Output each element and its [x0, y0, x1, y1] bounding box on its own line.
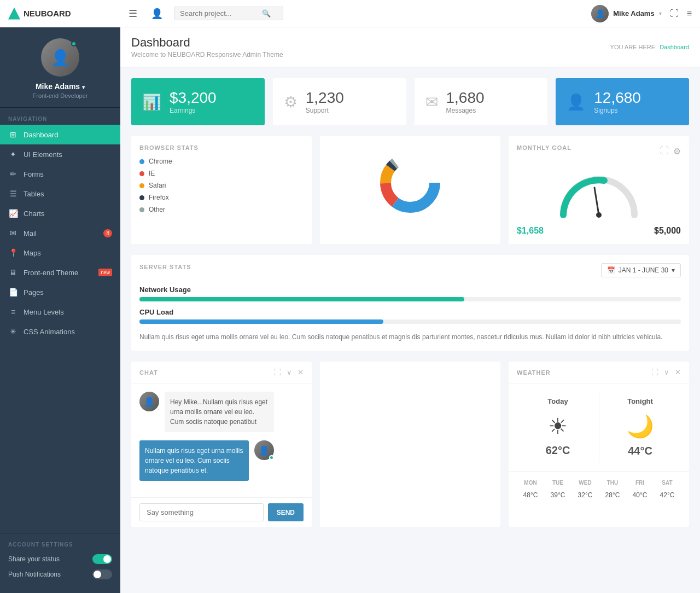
- maps-icon: 📍: [8, 248, 18, 257]
- weather-today: Today ☀ 62°C: [517, 392, 599, 463]
- sidebar-item-forms[interactable]: ✏ Forms: [0, 164, 120, 184]
- sidebar-item-maps[interactable]: 📍 Maps: [0, 243, 120, 263]
- weather-controls: ⛶ ∨ ✕: [651, 368, 681, 376]
- weather-tonight: Tonight 🌙 44°C: [599, 392, 681, 463]
- chat-avatar-incoming: 👤: [139, 392, 159, 411]
- profile-name[interactable]: Mike Adams ▾: [8, 82, 112, 91]
- sidebar-item-tables[interactable]: ☰ Tables: [0, 184, 120, 204]
- sidebar-item-ui-elements[interactable]: ✦ UI Elements: [0, 144, 120, 164]
- css-animations-icon: ✳: [8, 327, 18, 336]
- app-layout: 👤 Mike Adams ▾ Front-end Developer NAVIG…: [0, 27, 700, 593]
- signups-label: Signups: [594, 107, 641, 114]
- chat-expand-button[interactable]: ⛶: [274, 368, 281, 376]
- donut-chart: [328, 144, 492, 216]
- weather-main: Today ☀ 62°C Tonight 🌙 44°C: [509, 383, 689, 472]
- sidebar-item-pages[interactable]: 📄 Pages: [0, 282, 120, 302]
- dashboard-content: 📊 $3,200 Earnings ⚙ 1,230 Support ✉: [120, 67, 700, 538]
- nav-right: 👤 Mike Adams ▾ ⛶ ≡: [591, 5, 692, 22]
- user-avatar-img: 👤: [591, 5, 609, 22]
- sidebar-item-menu-levels[interactable]: ≡ Menu Levels: [0, 302, 120, 322]
- sidebar-item-label: CSS Animations: [24, 328, 75, 336]
- stat-card-support: ⚙ 1,230 Support: [273, 78, 406, 125]
- day-sat-label: SAT: [654, 477, 681, 489]
- day-thu-label: THU: [599, 477, 626, 489]
- server-stats-header: SERVER STATS 📅 JAN 1 - JUNE 30 ▾: [139, 263, 681, 277]
- push-notifications-toggle[interactable]: [92, 569, 112, 579]
- sidebar-item-css-animations[interactable]: ✳ CSS Animations: [0, 322, 120, 341]
- signups-icon: 👤: [567, 93, 586, 111]
- account-settings: ACCOUNT SETTINGS Share your status Push …: [0, 533, 120, 593]
- chat-close-button[interactable]: ✕: [298, 368, 304, 376]
- pages-icon: 📄: [8, 288, 18, 296]
- stat-info: 1,680 Messages: [446, 89, 485, 114]
- empty-middle-panel: [320, 362, 500, 527]
- sidebar-item-dashboard[interactable]: ⊞ Dashboard: [0, 125, 120, 144]
- sidebar-item-frontend-theme[interactable]: 🖥 Front-end Theme new: [0, 263, 120, 282]
- bottom-row: CHAT ⛶ ∨ ✕ 👤 Hey Mike...Nullam quis risu…: [131, 362, 689, 527]
- chat-bubble-incoming: Hey Mike...Nullam quis risus eget urna m…: [165, 392, 274, 432]
- day-fri-label: FRI: [626, 477, 654, 489]
- temp-fri: 40°C: [626, 489, 654, 502]
- sidebar-item-charts[interactable]: 📈 Charts: [0, 204, 120, 223]
- date-range-label: JAN 1 - JUNE 30: [619, 266, 668, 274]
- chat-message-outgoing: 👤 Nullam quis risus eget urna mollis orn…: [139, 440, 304, 481]
- date-range-picker[interactable]: 📅 JAN 1 - JUNE 30 ▾: [601, 263, 681, 277]
- page-subtitle: Welcome to NEUBOARD Responsive Admin The…: [131, 51, 283, 59]
- gauge-target: $5,000: [654, 226, 681, 236]
- charts-icon: 📈: [8, 209, 18, 218]
- weather-expand-button[interactable]: ⛶: [651, 368, 658, 376]
- profile-button[interactable]: 👤: [148, 5, 166, 22]
- earnings-value: $3,200: [170, 89, 217, 107]
- weather-collapse-button[interactable]: ∨: [664, 368, 669, 376]
- ie-dot: [139, 171, 144, 176]
- tonight-temp: 44°C: [605, 445, 675, 457]
- stat-info: 1,230 Support: [306, 89, 344, 114]
- menu-levels-icon: ≡: [8, 307, 18, 316]
- chat-input[interactable]: [139, 503, 264, 521]
- new-badge: new: [98, 269, 112, 276]
- stat-card-earnings: 📊 $3,200 Earnings: [131, 78, 265, 125]
- stats-row: 📊 $3,200 Earnings ⚙ 1,230 Support ✉: [131, 78, 689, 125]
- dashboard-icon: ⊞: [8, 130, 18, 139]
- search-submit-button[interactable]: 🔍: [262, 9, 271, 18]
- share-status-toggle[interactable]: [92, 554, 112, 564]
- breadcrumb: YOU ARE HERE: Dashboard: [610, 44, 689, 50]
- share-status-row: Share your status: [8, 554, 112, 564]
- online-indicator: [71, 41, 77, 46]
- sidebar-item-label: Maps: [24, 249, 41, 257]
- server-description: Nullam quis risus eget urna mollis ornar…: [139, 332, 681, 342]
- stat-card-messages: ✉ 1,680 Messages: [415, 78, 548, 125]
- expand-button[interactable]: ⛶: [670, 9, 679, 19]
- search-input[interactable]: [180, 9, 262, 18]
- chat-collapse-button[interactable]: ∨: [287, 368, 292, 376]
- weather-days-temps: 48°C 39°C 32°C 28°C 40°C 42°C: [517, 489, 681, 502]
- hamburger-button[interactable]: ☰: [126, 5, 140, 22]
- profile-role: Front-end Developer: [8, 92, 112, 99]
- cpu-load-section: CPU Load: [139, 308, 681, 324]
- svg-point-6: [596, 212, 602, 218]
- push-notifications-label: Push Notifications: [8, 571, 61, 578]
- page-header-left: Dashboard Welcome to NEUBOARD Responsive…: [131, 36, 283, 59]
- settings-monthly-button[interactable]: ⚙: [673, 146, 681, 156]
- expand-monthly-button[interactable]: ⛶: [660, 146, 669, 156]
- user-avatar: 👤: [591, 5, 609, 22]
- sidebar-nav: ⊞ Dashboard ✦ UI Elements ✏ Forms ☰: [0, 125, 120, 341]
- send-button[interactable]: SEND: [268, 503, 304, 521]
- sidebar-item-mail[interactable]: ✉ Mail 8: [0, 223, 120, 243]
- navigation-section-label: NAVIGATION: [0, 108, 120, 125]
- browser-stats-panel: BROWSER STATS Chrome IE Safari: [131, 136, 312, 244]
- top-nav: NEUBOARD ☰ 👤 🔍 👤 Mike Adams ▾ ⛶ ≡: [0, 0, 700, 27]
- ui-elements-icon: ✦: [8, 150, 18, 159]
- browser-item-ie: IE: [139, 170, 304, 177]
- chat-panel-header: CHAT ⛶ ∨ ✕: [131, 362, 312, 383]
- chat-input-area: SEND: [131, 497, 312, 527]
- user-dropdown[interactable]: 👤 Mike Adams ▾: [591, 5, 661, 22]
- sidebar-item-label: Pages: [24, 288, 44, 296]
- day-wed-label: WED: [571, 477, 599, 489]
- forms-icon: ✏: [8, 170, 18, 178]
- weather-close-button[interactable]: ✕: [675, 368, 681, 376]
- date-range-caret: ▾: [672, 266, 675, 274]
- push-notifications-row: Push Notifications: [8, 569, 112, 579]
- menu-lines-button[interactable]: ≡: [687, 9, 692, 19]
- server-stats-title: SERVER STATS: [139, 264, 191, 270]
